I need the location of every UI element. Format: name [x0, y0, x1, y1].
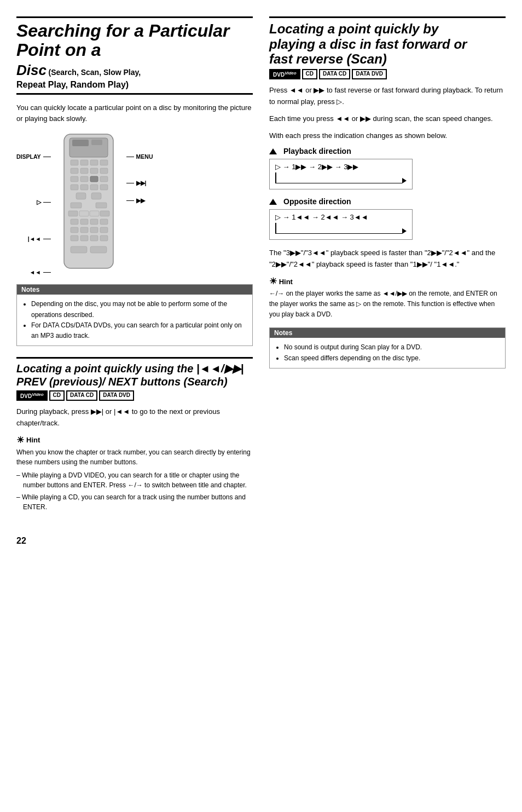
svg-rect-15 [100, 176, 108, 182]
badge-datadvd: DATA DVD [99, 390, 134, 401]
svg-rect-36 [100, 227, 108, 233]
svg-rect-12 [71, 176, 78, 182]
notes-header-right: Notes [270, 328, 505, 338]
svg-rect-40 [100, 235, 108, 241]
svg-rect-25 [68, 211, 78, 216]
svg-rect-29 [71, 219, 78, 224]
svg-rect-33 [71, 227, 78, 233]
hint-heading-right: ☀ Hint [269, 276, 506, 286]
remote-left-labels: DISPLAY ▷ |◄◄ ◄◄ [16, 131, 53, 275]
svg-rect-23 [71, 203, 82, 208]
playback-direction-label: Playback direction [269, 147, 506, 156]
svg-rect-20 [100, 185, 108, 190]
notes-content-right: No sound is output during Scan play for … [270, 338, 505, 367]
main-title-text: Searching for a Particular Point on a [16, 21, 229, 60]
svg-rect-21 [76, 193, 86, 199]
opposite-dir-box: ▷ → 1◄◄ → 2◄◄ → 3◄◄ [269, 209, 413, 240]
svg-rect-2 [72, 140, 89, 146]
svg-rect-31 [90, 219, 98, 224]
speed-desc: The "3▶▶"/"3◄◄" playback speed is faster… [269, 247, 506, 270]
svg-rect-42 [90, 246, 107, 253]
svg-rect-8 [71, 168, 78, 174]
search-text: During playback, press ▶▶| or |◄◄ to go … [16, 406, 253, 429]
opposite-return-row [275, 223, 407, 234]
svg-rect-17 [71, 185, 78, 190]
playback-return-row [275, 172, 407, 183]
svg-rect-34 [80, 227, 88, 233]
opposite-vert-line [275, 223, 276, 234]
svg-rect-16 [90, 176, 98, 182]
svg-rect-11 [100, 168, 108, 174]
svg-rect-4 [71, 160, 78, 165]
disc-subtitle-text: (Search, Scan, Slow Play, [49, 68, 141, 77]
page-number: 22 [16, 536, 506, 546]
notes-box-right: Notes No sound is output during Scan pla… [269, 327, 506, 368]
playback-horiz-line [276, 183, 402, 184]
remote-diagram: DISPLAY ▷ |◄◄ ◄◄ [16, 131, 253, 275]
playback-vert-line [275, 172, 276, 183]
svg-rect-37 [71, 235, 78, 241]
svg-rect-10 [90, 168, 98, 174]
svg-rect-32 [100, 219, 108, 224]
disc-subtitle: (Search, Scan, Slow Play, [49, 68, 141, 77]
svg-rect-6 [90, 160, 98, 165]
opposite-horiz-line [276, 233, 402, 234]
svg-rect-9 [80, 168, 88, 174]
svg-rect-19 [90, 185, 98, 190]
notes-content-left: Depending on the disc, you may not be ab… [17, 295, 252, 345]
playback-direction-diagram: ▷ → 1▶▶ → 2▶▶ → 3▶▶ [269, 159, 506, 189]
badge-datacd: DATA CD [66, 390, 97, 401]
opposite-direction-label: Opposite direction [269, 197, 506, 206]
diamond-icon-1 [269, 148, 277, 154]
rewind-label: ◄◄ [16, 269, 51, 275]
right-main-title: Locating a point quickly by playing a di… [269, 16, 506, 67]
playback-arrow-head [402, 178, 407, 183]
note-item-2: For DATA CDs/DATA DVDs, you can search f… [31, 320, 247, 341]
svg-rect-38 [80, 235, 88, 241]
opposite-dir-flow: ▷ → 1◄◄ → 2◄◄ → 3◄◄ [275, 213, 407, 221]
hint-text-left: When you know the chapter or track numbe… [16, 447, 253, 512]
remote-right-labels: MENU ▶▶| ▶▶ [124, 131, 153, 275]
svg-rect-30 [80, 219, 88, 224]
disc-title: Disc [16, 62, 47, 78]
right-title-line3: fast reverse (Scan) [269, 51, 387, 66]
hint-title-right: Hint [279, 278, 293, 286]
play-label: ▷ [16, 199, 51, 205]
svg-rect-39 [90, 235, 98, 241]
right-badge-datadvd: DATA DVD [352, 69, 387, 79]
notes-header-left: Notes [17, 285, 252, 295]
scan-text-3: With each press the indication changes a… [269, 130, 506, 142]
note-item-1: Depending on the disc, you may not be ab… [31, 299, 247, 320]
badge-cd: CD [49, 390, 65, 401]
fwd-label: ▶▶ [126, 197, 153, 204]
svg-rect-18 [80, 185, 88, 190]
hint-text-right: ←/→ on the player works the same as ◄◄/▶… [269, 289, 506, 320]
right-badge-dvdvideo: DVDVideo [269, 69, 300, 79]
ffwd-label: ▶▶| [126, 180, 153, 186]
right-badge-cd: CD [302, 69, 317, 79]
hint-section-left: ☀ Hint When you know the chapter or trac… [16, 435, 253, 512]
opposite-dir-text: Opposite direction [283, 197, 351, 206]
badge-dvdvideo: DVDVideo [16, 390, 48, 401]
svg-rect-41 [71, 246, 87, 253]
menu-label: MENU [126, 153, 153, 160]
search-badges: DVDVideo CD DATA CD DATA DVD [16, 390, 253, 401]
right-badge-datacd: DATA CD [319, 69, 350, 79]
hint-section-right: ☀ Hint ←/→ on the player works the same … [269, 276, 506, 320]
svg-rect-22 [91, 193, 101, 199]
hint-item-1: – While playing a DVD VIDEO, you can sea… [16, 470, 253, 490]
hint-icon-left: ☀ [16, 435, 24, 445]
svg-rect-24 [96, 203, 107, 208]
svg-rect-13 [80, 176, 88, 182]
opposite-direction-diagram: ▷ → 1◄◄ → 2◄◄ → 3◄◄ [269, 209, 506, 240]
right-badges: DVDVideo CD DATA CD DATA DVD [269, 69, 506, 79]
svg-rect-7 [100, 160, 108, 165]
svg-rect-5 [80, 160, 88, 165]
right-note-1: No sound is output during Scan play for … [284, 342, 500, 353]
scan-text-2: Each time you press ◄◄ or ▶▶ during scan… [269, 113, 506, 125]
playback-dir-flow: ▷ → 1▶▶ → 2▶▶ → 3▶▶ [275, 163, 407, 171]
diamond-icon-2 [269, 199, 277, 205]
hint-intro: When you know the chapter or track numbe… [16, 447, 253, 467]
svg-rect-27 [90, 211, 99, 216]
playback-dir-text: Playback direction [283, 147, 351, 156]
